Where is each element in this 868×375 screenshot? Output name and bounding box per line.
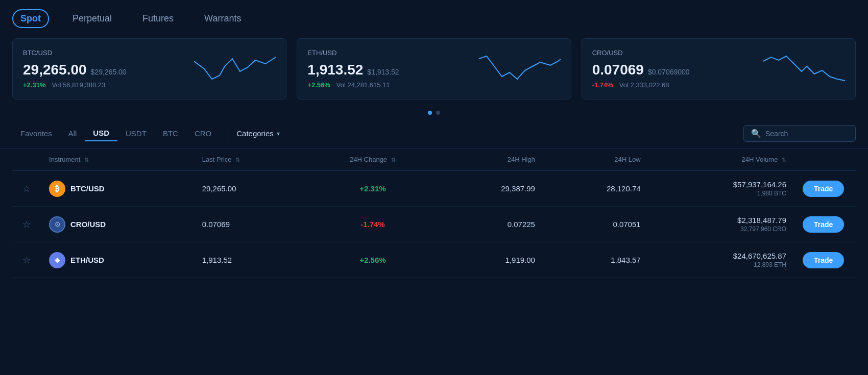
eth-pair-label: ETH/USD — [70, 256, 104, 264]
filter-tabs: Favorites All USD USDT BTC CRO — [12, 126, 220, 141]
cro-change: -1.74% — [592, 81, 613, 89]
categories-dropdown[interactable]: Categories ▾ — [236, 129, 280, 138]
instrument-cell-btc: ₿ BTC/USD — [41, 171, 194, 207]
favorite-btc-button[interactable]: ☆ — [20, 181, 33, 196]
eth-change: +2.56% — [307, 81, 330, 89]
trade-cell-btc: Trade — [794, 171, 856, 207]
eth-price: 1,913.52 $1,913.52 — [307, 62, 399, 78]
vol-cell-btc: $57,937,164.26 1,980 BTC — [649, 171, 794, 207]
sort-instrument-icon: ⇅ — [84, 157, 89, 163]
sort-volume-icon: ⇅ — [782, 157, 786, 163]
categories-label: Categories — [236, 129, 274, 138]
high-cell-eth: 1,919.00 — [438, 242, 543, 278]
sort-change-icon: ⇅ — [391, 157, 396, 163]
filter-tab-all[interactable]: All — [60, 126, 85, 141]
markets-table-container: Instrument ⇅ Last Price ⇅ 24H Change ⇅ 2… — [0, 148, 868, 278]
eth-vol: Vol 24,281,615.11 — [336, 81, 390, 89]
filter-tab-cro[interactable]: CRO — [186, 126, 220, 141]
top-nav: Spot Perpetual Futures Warrants — [0, 0, 868, 33]
btc-pair-label: BTC/USD — [70, 184, 105, 193]
filter-bar: Favorites All USD USDT BTC CRO Categorie… — [0, 121, 868, 148]
eth-chart — [479, 51, 561, 87]
cro-chart — [763, 51, 845, 87]
trade-cell-cro: Trade — [794, 207, 856, 242]
vol-cell-eth: $24,670,625.87 12,893 ETH — [649, 242, 794, 278]
tab-spot[interactable]: Spot — [12, 9, 49, 28]
filter-tab-usdt[interactable]: USDT — [117, 126, 155, 141]
th-high: 24H High — [438, 148, 543, 171]
eth-pair: ETH/USD — [307, 49, 399, 57]
low-cell-cro: 0.07051 — [543, 207, 649, 242]
cro-vol: Vol 2,333,022.68 — [619, 81, 669, 89]
search-input[interactable] — [765, 130, 842, 138]
btc-vol: Vol 56,819,388.23 — [52, 81, 105, 89]
instrument-cell-eth: ◈ ETH/USD — [41, 242, 194, 278]
change-cell-eth: +2.56% — [308, 242, 438, 278]
btc-price: 29,265.00 $29,265.00 — [23, 62, 127, 78]
dot-2[interactable] — [436, 111, 440, 115]
trade-btc-button[interactable]: Trade — [803, 181, 844, 197]
price-cell-cro: 0.07069 — [194, 207, 308, 242]
sort-price-icon: ⇅ — [235, 157, 240, 163]
chevron-down-icon: ▾ — [277, 130, 280, 137]
ticker-card-btc: BTC/USD 29,265.00 $29,265.00 +2.31% Vol … — [12, 38, 286, 99]
th-instrument[interactable]: Instrument ⇅ — [41, 148, 194, 171]
cro-pair-label: CRO/USD — [70, 220, 106, 229]
markets-table: Instrument ⇅ Last Price ⇅ 24H Change ⇅ 2… — [12, 148, 856, 278]
search-box: 🔍 — [743, 125, 856, 142]
btc-coin-icon: ₿ — [49, 181, 65, 197]
th-action — [794, 148, 856, 171]
trade-cell-eth: Trade — [794, 242, 856, 278]
filter-tab-usd[interactable]: USD — [85, 126, 117, 141]
ticker-card-cro: CRO/USD 0.07069 $0.07069000 -1.74% Vol 2… — [582, 38, 856, 99]
favorite-cro-button[interactable]: ☆ — [20, 217, 33, 232]
low-cell-eth: 1,843.57 — [543, 242, 649, 278]
cro-pair: CRO/USD — [592, 49, 690, 57]
filter-divider — [228, 128, 228, 139]
dot-1[interactable] — [428, 111, 432, 115]
fav-cell-btc: ☆ — [12, 171, 41, 207]
change-cell-btc: +2.31% — [308, 171, 438, 207]
tab-futures[interactable]: Futures — [135, 10, 181, 27]
instrument-cell-cro: ⊙ CRO/USD — [41, 207, 194, 242]
ticker-section: BTC/USD 29,265.00 $29,265.00 +2.31% Vol … — [0, 33, 868, 108]
btc-change: +2.31% — [23, 81, 45, 89]
tab-perpetual[interactable]: Perpetual — [65, 10, 119, 27]
eth-price-usd: $1,913.52 — [367, 68, 399, 76]
filter-tab-btc[interactable]: BTC — [155, 126, 186, 141]
high-cell-btc: 29,387.99 — [438, 171, 543, 207]
trade-eth-button[interactable]: Trade — [803, 252, 844, 268]
th-volume[interactable]: 24H Volume ⇅ — [649, 148, 794, 171]
price-cell-eth: 1,913.52 — [194, 242, 308, 278]
fav-cell-cro: ☆ — [12, 207, 41, 242]
th-change[interactable]: 24H Change ⇅ — [308, 148, 438, 171]
cro-coin-icon: ⊙ — [49, 216, 65, 233]
table-row: ☆ ◈ ETH/USD 1,913.52 +2.56% 1,919.00 1,8… — [12, 242, 856, 278]
pagination-dots — [0, 108, 868, 121]
change-cell-cro: -1.74% — [308, 207, 438, 242]
btc-price-usd: $29,265.00 — [91, 68, 127, 76]
th-last-price[interactable]: Last Price ⇅ — [194, 148, 308, 171]
table-header-row: Instrument ⇅ Last Price ⇅ 24H Change ⇅ 2… — [12, 148, 856, 171]
cro-price: 0.07069 $0.07069000 — [592, 62, 690, 78]
th-fav — [12, 148, 41, 171]
search-icon: 🔍 — [751, 129, 761, 138]
filter-tab-favorites[interactable]: Favorites — [12, 126, 60, 141]
btc-pair: BTC/USD — [23, 49, 127, 57]
btc-chart — [194, 51, 276, 87]
cro-price-usd: $0.07069000 — [648, 68, 690, 76]
table-row: ☆ ₿ BTC/USD 29,265.00 +2.31% 29,387.99 2… — [12, 171, 856, 207]
th-low: 24H Low — [543, 148, 649, 171]
price-cell-btc: 29,265.00 — [194, 171, 308, 207]
trade-cro-button[interactable]: Trade — [803, 216, 844, 233]
favorite-eth-button[interactable]: ☆ — [20, 253, 33, 268]
low-cell-btc: 28,120.74 — [543, 171, 649, 207]
vol-cell-cro: $2,318,487.79 32,797,960 CRO — [649, 207, 794, 242]
high-cell-cro: 0.07225 — [438, 207, 543, 242]
fav-cell-eth: ☆ — [12, 242, 41, 278]
tab-warrants[interactable]: Warrants — [197, 10, 248, 27]
eth-coin-icon: ◈ — [49, 252, 65, 268]
table-row: ☆ ⊙ CRO/USD 0.07069 -1.74% 0.07225 0.070… — [12, 207, 856, 242]
ticker-card-eth: ETH/USD 1,913.52 $1,913.52 +2.56% Vol 24… — [297, 38, 571, 99]
